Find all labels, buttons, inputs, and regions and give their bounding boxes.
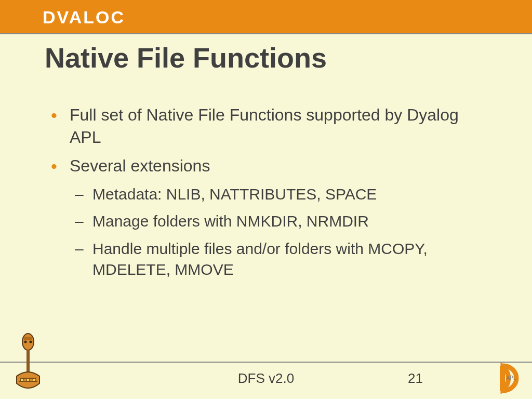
sub-bullet-group: Metadata: NLIB, NATTRIBUTES, SPACE Manag… [75, 184, 487, 281]
svg-point-3 [30, 341, 32, 343]
apl-logo-icon: APL [494, 363, 525, 394]
dyalog-logo: DVALOC [43, 7, 125, 28]
bullet-item: Several extensions [51, 155, 487, 177]
viking-ship-icon [12, 331, 44, 394]
sub-bullet-item: Metadata: NLIB, NATTRIBUTES, SPACE [75, 184, 487, 205]
content-area: Full set of Native File Functions suppor… [51, 104, 487, 287]
sub-bullet-item: Manage folders with NMKDIR, NRMDIR [75, 211, 487, 232]
header-bar: DVALOC [0, 0, 532, 34]
slide-title: Native File Functions [45, 42, 327, 74]
svg-rect-1 [24, 337, 32, 340]
slide: DVALOC Native File Functions Full set of… [0, 0, 532, 399]
page-number: 21 [408, 370, 423, 387]
svg-point-9 [33, 378, 36, 381]
apl-logo-label: APL [507, 375, 516, 381]
bullet-item: Full set of Native File Functions suppor… [51, 104, 487, 149]
sub-bullet-item: Handle multiple files and/or folders wit… [75, 238, 487, 281]
svg-point-0 [22, 334, 34, 350]
svg-point-8 [26, 378, 30, 381]
svg-rect-10 [500, 366, 504, 391]
footer-divider [0, 362, 532, 363]
svg-point-7 [20, 378, 23, 381]
svg-point-2 [24, 341, 27, 343]
footer-center-text: DFS v2.0 [0, 370, 532, 387]
